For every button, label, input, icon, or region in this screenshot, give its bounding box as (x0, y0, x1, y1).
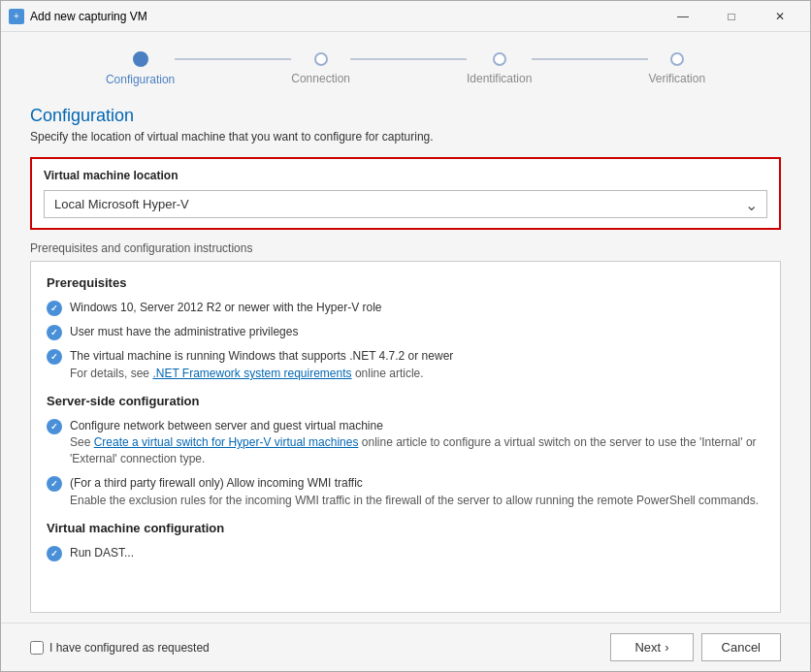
step-circle-identification (493, 52, 506, 66)
cancel-button[interactable]: Cancel (701, 633, 781, 661)
minimize-button[interactable]: — (661, 1, 705, 32)
prereq-text-1: Windows 10, Server 2012 R2 or newer with… (70, 300, 381, 316)
vm-config-item-1: Run DAST... (47, 545, 764, 561)
title-bar: + Add new capturing VM — □ ✕ (1, 1, 810, 32)
hyper-v-switch-link[interactable]: Create a virtual switch for Hyper-V virt… (94, 435, 359, 449)
prereq-text-3: The virtual machine is running Windows t… (70, 348, 453, 382)
step-circle-configuration (133, 51, 148, 67)
check-icon-2 (47, 325, 62, 340)
prereq-item-1: Windows 10, Server 2012 R2 or newer with… (47, 300, 764, 316)
server-config-text-1: Configure network between server and gue… (70, 418, 764, 467)
step-label-connection: Connection (291, 72, 350, 85)
step-label-identification: Identification (467, 72, 532, 85)
server-config-item-1: Configure network between server and gue… (47, 418, 764, 467)
content-area: Configuration Connection Identification … (1, 32, 810, 671)
vm-config-title: Virtual machine configuration (47, 521, 764, 535)
check-icon-5 (47, 476, 62, 492)
next-button-arrow: › (665, 640, 668, 655)
step-line-2 (350, 58, 467, 60)
check-icon-6 (47, 546, 62, 561)
prereq-title: Prerequisites (47, 275, 764, 290)
vm-config-text-1: Run DAST... (70, 545, 134, 561)
net-framework-link[interactable]: .NET Framework system requirements (152, 367, 351, 380)
step-container: Configuration Connection Identification … (106, 51, 705, 86)
main-content: Configuration Specify the location of vi… (1, 96, 810, 623)
step-connection: Connection (291, 52, 350, 85)
close-button[interactable]: ✕ (758, 1, 802, 32)
prereq-section-label: Prerequisites and configuration instruct… (30, 241, 781, 255)
vm-location-select[interactable]: Local Microsoft Hyper-V Remote Microsoft… (44, 190, 767, 218)
vm-location-box: Virtual machine location Local Microsoft… (30, 157, 781, 230)
server-config-text-2: (For a third party firewall only) Allow … (70, 475, 759, 509)
configured-checkbox-label: I have configured as requested (30, 641, 602, 655)
select-wrapper: Local Microsoft Hyper-V Remote Microsoft… (44, 190, 767, 218)
window-controls: — □ ✕ (661, 1, 802, 32)
page-title: Configuration (30, 106, 781, 126)
server-config-title: Server-side configuration (47, 394, 764, 408)
check-icon-1 (47, 301, 62, 316)
app-icon: + (9, 9, 24, 24)
maximize-button[interactable]: □ (709, 1, 754, 32)
next-button[interactable]: Next › (610, 633, 693, 661)
step-verification: Verification (648, 52, 705, 85)
server-config-item-2: (For a third party firewall only) Allow … (47, 475, 764, 509)
step-configuration: Configuration (106, 51, 175, 86)
configured-label-text: I have configured as requested (49, 641, 210, 655)
main-window: + Add new capturing VM — □ ✕ Configurati… (0, 0, 811, 672)
next-button-label: Next (634, 640, 661, 655)
prerequisites-scroll-box[interactable]: Prerequisites Windows 10, Server 2012 R2… (30, 261, 781, 613)
page-subtitle: Specify the location of virtual machine … (30, 130, 781, 144)
footer-buttons: Next › Cancel (610, 633, 781, 661)
prereq-item-2: User must have the administrative privil… (47, 324, 764, 340)
step-line-3 (532, 58, 648, 60)
step-identification: Identification (467, 52, 532, 85)
step-line-1 (175, 58, 291, 60)
footer-area: I have configured as requested Next › Ca… (1, 623, 810, 671)
step-circle-connection (314, 52, 328, 66)
prereq-text-2: User must have the administrative privil… (70, 324, 298, 340)
check-icon-4 (47, 419, 62, 434)
vm-location-label: Virtual machine location (44, 169, 767, 182)
configured-checkbox[interactable] (30, 641, 44, 655)
wizard-steps: Configuration Connection Identification … (1, 32, 810, 96)
step-label-configuration: Configuration (106, 73, 175, 86)
step-circle-verification (670, 52, 684, 66)
prereq-item-3: The virtual machine is running Windows t… (47, 348, 764, 382)
step-label-verification: Verification (648, 72, 705, 85)
window-title: Add new capturing VM (30, 10, 661, 23)
check-icon-3 (47, 349, 62, 365)
